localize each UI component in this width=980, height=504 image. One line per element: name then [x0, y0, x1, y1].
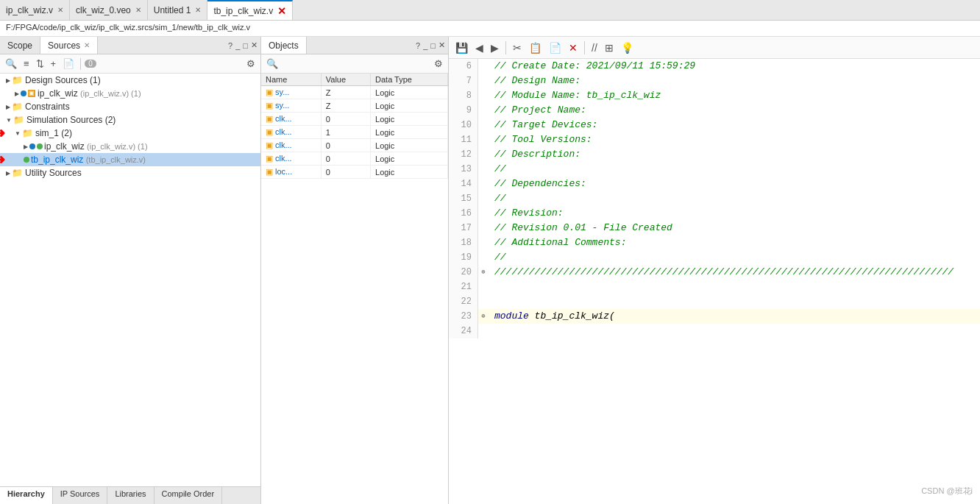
delete-button[interactable]: ✕	[567, 41, 580, 54]
tree-item-sim-sources[interactable]: ▼ 📁 Simulation Sources (2)	[0, 113, 260, 127]
code-line[interactable]: 10// Target Devices:	[449, 118, 980, 132]
paste-button[interactable]: 📄	[547, 41, 564, 54]
obj-maximize-icon[interactable]: □	[430, 41, 436, 50]
objects-row[interactable]: ▣clk...0Logic	[261, 139, 448, 152]
redo-button[interactable]: ▶	[489, 41, 501, 54]
col-value-header[interactable]: Value	[321, 74, 370, 86]
expand-sim-sources-icon[interactable]: ▼	[6, 117, 12, 124]
panel-minimize-icon[interactable]: _	[235, 41, 240, 50]
tab-ip-clk-wiz-v[interactable]: ip_clk_wiz.v ✕	[0, 0, 70, 20]
save-button[interactable]: 💾	[453, 41, 470, 54]
cut-button[interactable]: ✂	[511, 41, 524, 54]
ip-sources-tab-label: IP Sources	[60, 489, 100, 498]
panel-close-icon[interactable]: ✕	[251, 40, 258, 50]
tab-close-tb-ip-clk-wiz-v[interactable]: ✕	[277, 5, 286, 17]
comment-button[interactable]: //	[589, 41, 600, 54]
settings-button[interactable]: ⚙	[244, 57, 258, 70]
tab-close-untitled1[interactable]: ✕	[195, 6, 201, 14]
tab-label: ip_clk_wiz.v	[6, 5, 53, 15]
tab-hierarchy[interactable]: Hierarchy	[0, 487, 53, 504]
obj-close-icon[interactable]: ✕	[438, 40, 445, 50]
light-button[interactable]: 💡	[619, 41, 636, 54]
tab-compile-order[interactable]: Compile Order	[155, 487, 223, 504]
copy-button[interactable]: 📋	[527, 41, 544, 54]
line-number: 23	[449, 309, 478, 324]
col-datatype-header[interactable]: Data Type	[371, 74, 448, 86]
code-line[interactable]: 15//	[449, 191, 980, 206]
code-line[interactable]: 17// Revision 0.01 - File Created	[449, 221, 980, 235]
line-number: 16	[449, 206, 478, 221]
panel-help-icon[interactable]: ?	[228, 41, 232, 50]
code-line[interactable]: 16// Revision:	[449, 206, 980, 221]
code-line[interactable]: 8// Module Name: tb_ip_clk_wiz	[449, 88, 980, 103]
tree-item-design-sources[interactable]: ▶ 📁 Design Sources (1)	[0, 74, 260, 87]
code-line[interactable]: 14// Dependencies:	[449, 177, 980, 191]
expand-ip-clk-wiz-icon[interactable]: ▶	[15, 90, 19, 97]
tree-item-utility-sources[interactable]: ▶ 📁 Utility Sources	[0, 166, 260, 180]
code-line[interactable]: 23⊕module tb_ip_clk_wiz(	[449, 309, 980, 324]
obj-settings-button[interactable]: ⚙	[432, 57, 445, 70]
obj-search-button[interactable]: 🔍	[264, 57, 280, 70]
obj-datatype-cell: Logic	[371, 86, 448, 99]
tab-untitled1[interactable]: Untitled 1 ✕	[148, 0, 208, 20]
objects-row[interactable]: ▣clk...1Logic	[261, 126, 448, 139]
tree-item-sim1[interactable]: ➜ ▼ 📁 sim_1 (2)	[0, 127, 260, 140]
expand-utility-icon[interactable]: ▶	[6, 170, 10, 177]
sources-tab-close[interactable]: ✕	[84, 41, 90, 49]
obj-minimize-icon[interactable]: _	[423, 41, 427, 50]
collapse-all-button[interactable]: ≡	[21, 57, 32, 70]
line-number: 18	[449, 235, 478, 250]
sources-tab[interactable]: Sources ✕	[40, 37, 98, 54]
code-line[interactable]: 7// Design Name:	[449, 74, 980, 88]
tab-close-ip-clk-wiz-v[interactable]: ✕	[57, 6, 63, 14]
panel-maximize-icon[interactable]: □	[243, 41, 248, 50]
tree-item-tb-ip-clk-wiz[interactable]: ➜ tb_ip_clk_wiz (tb_ip_clk_wiz.v)	[0, 153, 260, 166]
objects-row[interactable]: ▣sy...ZLogic	[261, 99, 448, 113]
expand-sim1-icon[interactable]: ▼	[15, 130, 21, 137]
undo-button[interactable]: ◀	[473, 41, 486, 54]
tree-item-ip-clk-wiz[interactable]: ▶ ▣ ip_clk_wiz (ip_clk_wiz.v) (1)	[0, 87, 260, 100]
code-line[interactable]: 21	[449, 280, 980, 294]
line-number: 15	[449, 191, 478, 206]
add-button[interactable]: +	[49, 57, 59, 70]
scope-tab[interactable]: Scope	[0, 37, 40, 54]
objects-row[interactable]: ▣clk...0Logic	[261, 152, 448, 166]
expand-constraints-icon[interactable]: ▶	[6, 104, 10, 110]
code-line[interactable]: 13//	[449, 162, 980, 177]
line-number: 11	[449, 132, 478, 147]
objects-table: Name Value Data Type ▣sy...ZLogic▣sy...Z…	[261, 74, 448, 179]
code-line[interactable]: 6// Create Date: 2021/09/11 15:59:29	[449, 59, 980, 74]
search-button[interactable]: 🔍	[3, 57, 19, 70]
objects-scroll-area[interactable]: Name Value Data Type ▣sy...ZLogic▣sy...Z…	[261, 74, 448, 504]
objects-row[interactable]: ▣sy...ZLogic	[261, 86, 448, 99]
objects-tab[interactable]: Objects	[261, 37, 307, 54]
col-name-header[interactable]: Name	[261, 74, 321, 86]
objects-row[interactable]: ▣clk...0Logic	[261, 113, 448, 126]
code-line[interactable]: 19//	[449, 250, 980, 265]
folder-constraints-icon: 📁	[12, 102, 23, 112]
obj-help-icon[interactable]: ?	[416, 41, 420, 50]
code-area[interactable]: 6// Create Date: 2021/09/11 15:59:297// …	[449, 59, 980, 504]
expand-design-sources-icon[interactable]: ▶	[6, 77, 10, 84]
code-line[interactable]: 11// Tool Versions:	[449, 132, 980, 147]
expand-all-button[interactable]: ⇅	[34, 57, 46, 70]
scope-tab-label: Scope	[7, 40, 32, 51]
tree-item-sim-ip-clk-wiz[interactable]: ▶ ip_clk_wiz (ip_clk_wiz.v) (1)	[0, 140, 260, 153]
tab-clk-wiz-veo[interactable]: clk_wiz_0.veo ✕	[70, 0, 148, 20]
code-line[interactable]: 20⊕/////////////////////////////////////…	[449, 265, 980, 280]
code-line[interactable]: 24	[449, 324, 980, 338]
code-line[interactable]: 12// Description:	[449, 147, 980, 162]
tab-ip-sources[interactable]: IP Sources	[53, 487, 108, 504]
grid-button[interactable]: ⊞	[603, 41, 616, 54]
tab-tb-ip-clk-wiz-v[interactable]: tb_ip_clk_wiz.v ✕	[207, 0, 293, 20]
tree-item-constraints[interactable]: ▶ 📁 Constraints	[0, 100, 260, 113]
obj-value-cell: 0	[321, 113, 370, 126]
code-line[interactable]: 22	[449, 294, 980, 309]
objects-row[interactable]: ▣loc...0Logic	[261, 166, 448, 179]
tab-close-clk-wiz-veo[interactable]: ✕	[135, 6, 141, 14]
code-line[interactable]: 9// Project Name:	[449, 103, 980, 118]
file-button[interactable]: 📄	[60, 57, 77, 70]
tab-libraries[interactable]: Libraries	[107, 487, 154, 504]
code-line[interactable]: 18// Additional Comments:	[449, 235, 980, 250]
expand-sim-ip-icon[interactable]: ▶	[24, 143, 28, 150]
